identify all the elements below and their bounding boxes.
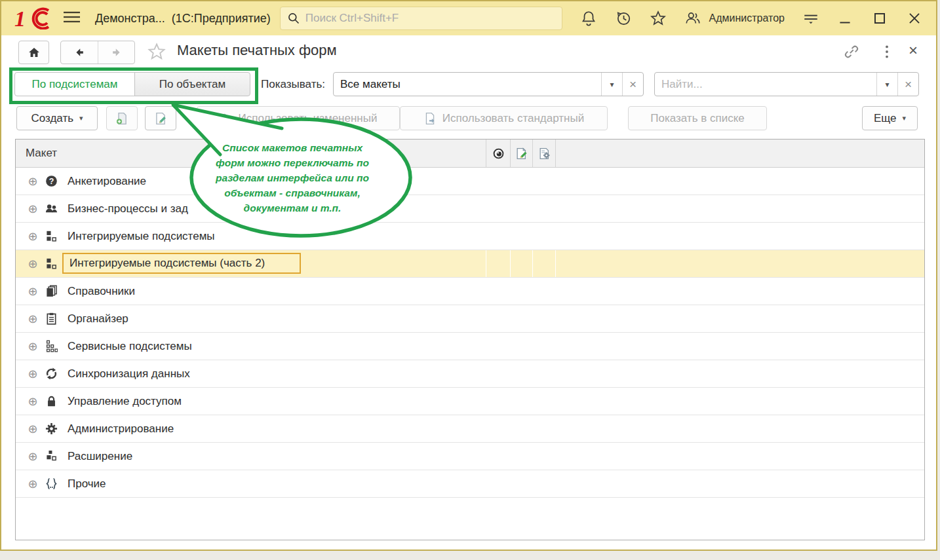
create-caret-icon: ▾ [79,114,83,122]
svg-text:?: ? [49,177,54,186]
more-button[interactable]: Еще▾ [862,106,918,130]
templates-table: Макет ⊕ ? Анкетирование ⊕ Бизнес-процесс… [15,139,925,540]
expand-icon[interactable]: ⊕ [24,423,41,435]
use-standard-icon [423,112,437,125]
clear-filter-icon[interactable]: × [623,73,643,96]
show-filter-label: Показывать: [261,72,325,96]
home-icon [28,46,41,59]
find-input[interactable] [655,73,876,96]
search-input[interactable] [305,12,555,25]
page-title: Макеты печатных форм [177,42,337,59]
row-label: Органайзер [68,312,128,326]
row-label: Администрирование [68,422,174,436]
tab-by-objects[interactable]: По объектам [134,72,250,96]
organizer-icon [43,312,60,326]
form-favorite-star-icon[interactable] [147,42,166,62]
expand-icon[interactable]: ⊕ [24,258,41,270]
forward-button[interactable] [98,41,134,64]
row-label: Управление доступом [68,395,182,408]
eye-icon [492,147,505,160]
edit-template-button[interactable] [145,106,176,130]
table-row[interactable]: ⊕ Администрирование [16,415,924,443]
more-menu-dots-icon[interactable] [878,43,895,60]
expand-icon[interactable]: ⊕ [24,286,41,297]
main-menu-icon[interactable] [63,10,81,26]
use-modified-button[interactable]: Использовать измененный [197,106,400,130]
find-dropdown-arrow-icon[interactable]: ▾ [877,73,897,96]
expand-icon[interactable]: ⊕ [24,341,41,352]
table-row[interactable]: ⊕ Справочники [16,278,924,305]
row-label: Анкетирование [68,175,146,188]
subsystem-blocks-icon [43,230,60,243]
show-filter-combo[interactable]: Все макеты ▾ × [333,72,644,96]
nav-buttons [60,41,135,64]
more-caret-icon: ▾ [903,114,907,122]
column-header-maket[interactable]: Макет [16,140,486,167]
use-modified-icon [220,112,233,125]
user-icon[interactable] [684,10,701,27]
svg-text:1: 1 [14,7,26,29]
table-header: Макет [16,140,924,168]
row-label: Сервисные подсистемы [68,340,192,353]
expand-icon[interactable]: ⊕ [24,176,41,187]
expand-icon[interactable]: ⊕ [24,451,41,462]
expand-icon[interactable]: ⊕ [24,368,41,380]
table-row[interactable]: ⊕ ? Анкетирование [16,168,924,195]
find-combo[interactable]: ▾ × [654,72,919,96]
clear-find-icon[interactable]: × [898,73,918,96]
table-row[interactable]: ⊕ Расширение [16,443,924,470]
lock-icon [43,395,60,408]
sync-icon [43,367,60,381]
app-title: Демонстра... [95,12,165,26]
row-label: Интегрируемые подсистемы (часть 2) [69,257,265,270]
get-link-icon[interactable] [843,43,860,60]
expand-icon[interactable]: ⊕ [24,231,41,242]
table-row[interactable]: ⊕ Управление доступом [16,388,924,415]
1c-logo-icon: 1 [14,7,51,29]
expand-icon[interactable]: ⊕ [24,313,41,325]
table-row[interactable]: ⊕ Интегрируемые подсистемы (часть 2) [16,250,924,278]
table-row[interactable]: ⊕ Прочие [16,470,924,498]
new-template-button[interactable] [106,106,138,130]
row-label: Расширение [68,450,132,463]
minimize-button[interactable] [836,10,853,27]
notifications-bell-icon[interactable] [580,10,597,27]
expand-icon[interactable]: ⊕ [24,203,41,215]
service-menu-icon[interactable] [802,10,819,27]
back-button[interactable] [61,41,98,64]
table-row[interactable]: ⊕ Интегрируемые подсистемы [16,223,924,250]
table-row[interactable]: ⊕ Органайзер [16,305,924,333]
close-window-button[interactable] [906,10,923,27]
maximize-button[interactable] [871,10,888,27]
question-circle-icon: ? [43,175,60,188]
user-name: Администратор [709,12,785,24]
app-kind: (1С:Предприятие) [172,12,271,26]
global-search[interactable] [280,7,562,30]
table-row[interactable]: ⊕ Синхронизация данных [16,360,924,388]
row-label: Интегрируемые подсистемы [68,230,215,243]
use-standard-button[interactable]: Использовать стандартный [400,106,608,130]
subsystem-blocks-icon [43,257,60,271]
expand-icon[interactable]: ⊕ [24,396,41,407]
template-settings-icon [538,147,551,160]
new-template-icon [115,112,128,125]
create-button[interactable]: Создать▾ [16,106,98,130]
row-label: Синхронизация данных [68,367,190,381]
table-row[interactable]: ⊕ Бизнес-процессы и зад [16,195,924,223]
favorites-star-icon[interactable] [650,10,667,27]
home-button[interactable] [18,41,49,64]
app-window: 1 Демонстра... (1С:Предприятие) [0,0,937,551]
titlebar: 1 Демонстра... (1С:Предприятие) [1,1,936,35]
header-spacer [555,140,924,167]
tab-by-subsystems[interactable]: По подсистемам [14,72,135,96]
close-form-button[interactable]: × [903,41,923,60]
catalogs-icon [43,285,60,298]
admin-gear-icon [43,422,60,436]
dropdown-arrow-icon[interactable]: ▾ [602,73,622,96]
show-in-list-button[interactable]: Показать в списке [628,106,767,130]
table-row[interactable]: ⊕ Сервисные подсистемы [16,333,924,360]
extension-blocks-icon [43,450,60,463]
edit-template-icon [515,147,528,160]
history-icon[interactable] [615,10,632,27]
expand-icon[interactable]: ⊕ [24,478,41,490]
